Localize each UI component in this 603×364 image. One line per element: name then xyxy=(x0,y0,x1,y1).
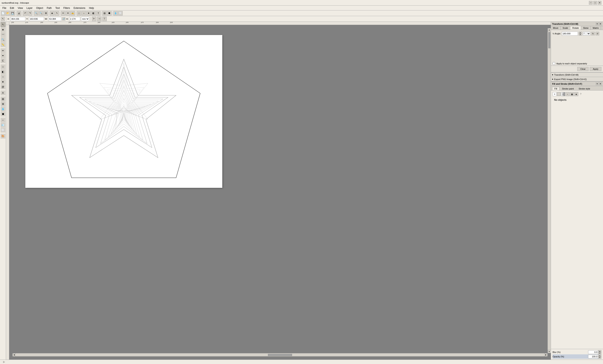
pen-button[interactable]: ✏ xyxy=(61,11,65,15)
docked-export[interactable]: ▶ Export PNG Image (Shift+Ctrl+E) xyxy=(551,77,603,82)
menu-layer[interactable]: Layer xyxy=(25,6,34,10)
measure-tool[interactable]: 📏 xyxy=(0,42,5,47)
paint-none-btn[interactable]: ✕ xyxy=(553,92,557,96)
docked-transform[interactable]: ▶ Transform (Shift+Ctrl+M) xyxy=(551,73,603,77)
star-tool[interactable]: ★ xyxy=(0,80,5,84)
selector-tool[interactable]: ↖ xyxy=(0,22,5,27)
menu-edit[interactable]: Edit xyxy=(8,6,16,10)
print-button[interactable]: 🖨 xyxy=(17,11,21,15)
fill-stroke-close-btn[interactable]: ✕ xyxy=(599,82,602,85)
open-button[interactable]: 📂 xyxy=(6,11,10,15)
zoom-in-button[interactable]: 🔍 xyxy=(34,11,38,15)
opacity-input[interactable] xyxy=(588,355,598,358)
connector-tool[interactable]: ↔ xyxy=(0,118,5,122)
tab-matrix[interactable]: Matrix xyxy=(591,26,601,30)
dropper-tool[interactable]: 💧 xyxy=(0,106,5,111)
scroll-down-arrow[interactable]: ▼ xyxy=(548,350,551,353)
fill-stroke-menu-btn[interactable]: ▼ xyxy=(596,82,599,85)
tab-stroke-style[interactable]: Stroke style xyxy=(577,87,592,90)
angle-up-btn[interactable]: ▲ xyxy=(579,32,582,34)
maximize-button[interactable]: □ xyxy=(593,1,597,5)
select-button[interactable]: ↖ xyxy=(55,11,59,15)
clear-button[interactable]: Clear xyxy=(577,67,589,71)
blur-down-btn[interactable]: ▼ xyxy=(598,352,601,354)
calligraphy-tool[interactable]: C xyxy=(0,58,5,63)
menu-view[interactable]: View xyxy=(16,6,24,10)
mesh-tool[interactable]: ⊞ xyxy=(0,102,5,106)
tweak-tool[interactable]: 〰 xyxy=(0,32,5,37)
text-button[interactable]: T xyxy=(96,11,101,15)
undo-button[interactable]: ↶ xyxy=(23,11,27,15)
tab-fill[interactable]: Fill xyxy=(552,87,559,90)
node-tool[interactable]: ◈ xyxy=(0,27,5,32)
rect-button[interactable]: □ xyxy=(77,11,81,15)
menu-file[interactable]: File xyxy=(1,6,8,10)
save-button[interactable]: 💾 xyxy=(11,11,15,15)
vertical-scrollbar[interactable]: ▲ ▼ xyxy=(547,28,551,353)
pen-tool[interactable]: ✏ xyxy=(0,48,5,53)
spray-tool[interactable]: 💨 xyxy=(0,123,5,128)
align-left-btn[interactable]: ⊢ xyxy=(92,17,96,21)
menu-text[interactable]: Text xyxy=(54,6,61,10)
canvas-inner[interactable]: ◀ ▶ ▲ ▼ xyxy=(9,25,551,356)
paint-pattern-btn[interactable]: ▦ xyxy=(570,92,574,96)
eraser-tool[interactable]: ⬜ xyxy=(0,128,5,132)
paint-swatch-btn[interactable]: ◈ xyxy=(574,92,578,96)
align-right-btn[interactable]: ⊤ xyxy=(102,17,107,21)
gradient-tool[interactable]: ▤ xyxy=(0,96,5,101)
unit-select[interactable]: mm px in cm xyxy=(81,17,89,21)
text-tool[interactable]: A xyxy=(0,91,5,95)
new-button[interactable]: 📄 xyxy=(1,11,5,15)
y-input[interactable] xyxy=(29,17,44,21)
apply-button[interactable]: Apply xyxy=(590,67,601,71)
paint-unknown-btn[interactable]: ? xyxy=(579,92,583,96)
3d-box-tool[interactable]: ◧ xyxy=(0,69,5,74)
zoom-tool[interactable]: 🔍 xyxy=(0,37,5,42)
redo-button[interactable]: ↷ xyxy=(28,11,32,15)
lock-ratio-button[interactable]: 🔗 xyxy=(62,17,65,21)
blur-input[interactable] xyxy=(588,350,598,354)
scroll-thumb-h[interactable] xyxy=(268,354,292,356)
menu-filters[interactable]: Filters xyxy=(62,6,71,10)
gradient-button[interactable]: ▤ xyxy=(102,11,107,15)
transform-panel-menu-btn[interactable]: ▼ xyxy=(596,23,599,25)
zoom-out-button[interactable]: 🔍 xyxy=(39,11,43,15)
star-button[interactable]: ★ xyxy=(86,11,91,15)
x-input[interactable] xyxy=(10,17,25,21)
zoom-fit-button[interactable]: ⊞ xyxy=(44,11,48,15)
paint-flat-btn[interactable] xyxy=(557,92,561,96)
3d-button[interactable]: ◧ xyxy=(91,11,96,15)
paint-linear-btn[interactable]: □ xyxy=(561,92,565,96)
circle-tool[interactable]: ○ xyxy=(0,74,5,79)
menu-object[interactable]: Object xyxy=(35,6,45,10)
node-button[interactable]: ◈ xyxy=(50,11,54,15)
scroll-up-arrow[interactable]: ▲ xyxy=(548,28,551,31)
angle-input[interactable] xyxy=(562,32,578,35)
tab-rotate[interactable]: Rotate xyxy=(570,26,581,30)
tab-stroke-paint[interactable]: Stroke paint xyxy=(560,87,576,90)
pencil-tool[interactable]: ✒ xyxy=(0,53,5,58)
scroll-left-arrow[interactable]: ◀ xyxy=(12,353,16,357)
opacity-up-btn[interactable]: ▲ xyxy=(598,354,601,357)
close-button[interactable]: ✕ xyxy=(598,1,601,5)
h-input[interactable] xyxy=(69,17,80,21)
minimize-button[interactable]: ─ xyxy=(589,1,592,5)
menu-path[interactable]: Path xyxy=(45,6,53,10)
tab-skew[interactable]: Skew xyxy=(581,26,591,30)
paint-radial-btn[interactable]: ○ xyxy=(565,92,569,96)
counterclockwise-btn[interactable]: ↺ xyxy=(596,32,599,35)
blur-up-btn[interactable]: ▲ xyxy=(598,350,601,352)
eyedropper-tool[interactable]: 🎨 xyxy=(0,134,5,139)
rect-tool[interactable]: □ xyxy=(0,64,5,69)
w-input[interactable] xyxy=(48,17,61,21)
pencil-button[interactable]: ✒ xyxy=(66,11,70,15)
fill-button[interactable]: ⬟ xyxy=(107,11,112,15)
menu-help[interactable]: Help xyxy=(87,6,96,10)
tab-move[interactable]: Move xyxy=(551,26,561,30)
angle-unit-select[interactable]: ° rad xyxy=(583,32,590,35)
transform-panel-close-btn[interactable]: ✕ xyxy=(599,23,602,25)
circle-button[interactable]: ○ xyxy=(81,11,86,15)
menu-extensions[interactable]: Extensions xyxy=(72,6,87,10)
paint-tool[interactable]: ⬟ xyxy=(0,112,5,117)
spiral-tool[interactable]: @ xyxy=(0,84,5,89)
